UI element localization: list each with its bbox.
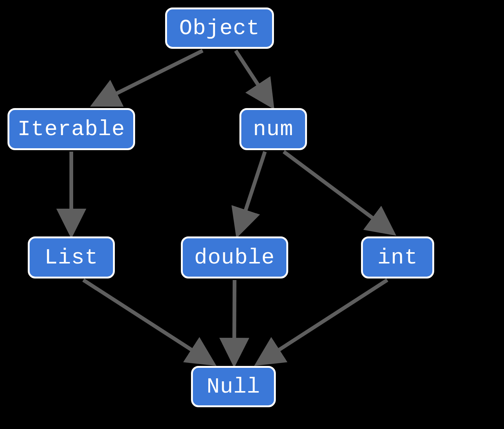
node-object-label: Object	[179, 16, 260, 41]
edge-num-int	[284, 152, 390, 231]
edge-list-null	[83, 280, 210, 362]
node-list: List	[28, 236, 115, 278]
node-double-label: double	[194, 245, 275, 270]
node-iterable: Iterable	[8, 108, 135, 150]
arrows-layer	[0, 0, 504, 429]
node-num-label: num	[253, 117, 293, 141]
edge-double-null	[234, 280, 235, 360]
node-double: double	[181, 236, 288, 278]
node-list-label: List	[44, 245, 98, 270]
node-num: num	[239, 108, 307, 150]
edge-num-double	[239, 152, 265, 231]
edge-int-null	[260, 280, 387, 362]
node-int-label: int	[378, 245, 418, 270]
edge-object-num	[236, 51, 270, 103]
node-null: Null	[191, 366, 276, 407]
node-iterable-label: Iterable	[18, 117, 125, 141]
node-int: int	[361, 236, 434, 278]
edge-object-iterable	[97, 51, 203, 103]
node-object: Object	[165, 8, 274, 49]
node-null-label: Null	[206, 375, 260, 399]
